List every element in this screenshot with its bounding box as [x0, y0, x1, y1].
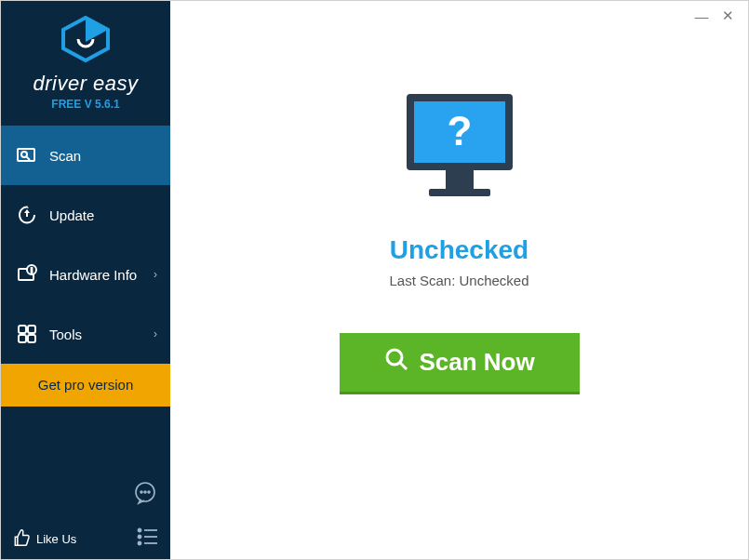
scan-icon — [16, 144, 38, 167]
menu-list-icon[interactable] — [137, 527, 159, 550]
svg-point-29 — [387, 350, 402, 365]
search-icon — [383, 346, 409, 379]
sidebar-item-update[interactable]: Update — [1, 185, 170, 245]
status-subtitle: Last Scan: Unchecked — [389, 273, 528, 288]
sidebar-item-scan[interactable]: Scan — [1, 126, 170, 185]
feedback-icon[interactable] — [133, 481, 157, 509]
update-icon — [16, 204, 38, 226]
chevron-right-icon: › — [154, 268, 157, 281]
svg-rect-13 — [28, 335, 35, 342]
svg-point-22 — [139, 542, 141, 545]
titlebar: — ✕ — [681, 1, 748, 31]
brand-name: driver easy — [1, 72, 170, 96]
nav: Scan Update i — [1, 126, 170, 364]
hardware-icon: i — [16, 263, 38, 286]
svg-marker-6 — [24, 209, 30, 213]
svg-rect-11 — [28, 326, 35, 333]
app-window: driver easy FREE V 5.6.1 Scan — [1, 1, 748, 559]
sidebar-item-label: Scan — [49, 148, 81, 164]
main-content: — ✕ ? Unchecked Last Scan: Unchecked — [170, 1, 748, 559]
svg-marker-1 — [86, 18, 108, 42]
svg-rect-12 — [19, 335, 26, 342]
svg-line-30 — [400, 363, 407, 369]
brand-version: FREE V 5.6.1 — [1, 98, 170, 111]
sidebar-item-label: Update — [49, 207, 94, 223]
scan-button-label: Scan Now — [419, 348, 534, 377]
tools-icon — [16, 323, 38, 345]
status-area: ? Unchecked Last Scan: Unchecked — [389, 85, 528, 288]
minimize-button[interactable]: — — [690, 7, 713, 25]
pro-label: Get pro version — [38, 377, 134, 393]
sidebar-bottom: Like Us — [1, 520, 170, 559]
like-us-label: Like Us — [36, 532, 76, 546]
svg-point-17 — [148, 491, 150, 493]
svg-rect-27 — [429, 189, 490, 196]
svg-point-18 — [139, 529, 141, 532]
status-title: Unchecked — [390, 235, 528, 265]
monitor-icon: ? — [390, 85, 529, 219]
close-button[interactable]: ✕ — [716, 7, 739, 25]
svg-point-20 — [139, 536, 141, 539]
close-icon: ✕ — [722, 7, 734, 24]
sidebar-item-tools[interactable]: Tools › — [1, 304, 170, 364]
minimize-icon: — — [695, 8, 709, 24]
sidebar-item-hardware-info[interactable]: i Hardware Info › — [1, 245, 170, 304]
sidebar-item-label: Hardware Info — [49, 267, 137, 283]
sidebar: driver easy FREE V 5.6.1 Scan — [1, 1, 170, 559]
sidebar-item-label: Tools — [49, 327, 82, 342]
svg-line-4 — [26, 156, 30, 160]
svg-text:?: ? — [447, 108, 472, 153]
svg-point-16 — [144, 491, 146, 493]
brand-logo-icon — [60, 16, 112, 66]
svg-rect-10 — [19, 326, 26, 333]
thumbs-up-icon — [12, 528, 31, 550]
svg-rect-26 — [446, 170, 474, 189]
logo-area: driver easy FREE V 5.6.1 — [1, 1, 170, 120]
get-pro-button[interactable]: Get pro version — [1, 364, 170, 407]
svg-point-15 — [140, 491, 142, 493]
chevron-right-icon: › — [154, 327, 157, 340]
like-us-button[interactable]: Like Us — [12, 528, 76, 550]
scan-now-button[interactable]: Scan Now — [340, 333, 580, 394]
